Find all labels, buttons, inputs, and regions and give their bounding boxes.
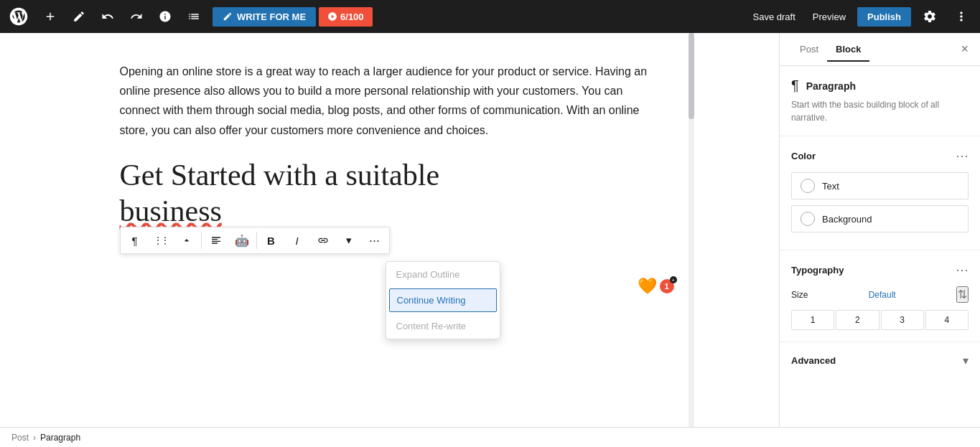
color-section: Color ⋯ Text Background: [780, 136, 980, 250]
more-options-button[interactable]: [948, 4, 974, 29]
editor-scrollbar[interactable]: [689, 33, 694, 427]
color-section-title: Color: [791, 151, 816, 161]
align-button[interactable]: [203, 227, 229, 253]
editor-content: Opening an online store is a great way t…: [85, 33, 689, 427]
edit-mode-button[interactable]: [66, 4, 92, 29]
panel-close-button[interactable]: ×: [961, 42, 969, 57]
advanced-header[interactable]: Advanced ▾: [791, 354, 969, 367]
heading-content[interactable]: Get Started with a suitable business: [120, 157, 654, 230]
editor-area: Opening an online store is a great way t…: [0, 33, 779, 427]
size-option-4[interactable]: 4: [925, 310, 969, 330]
breadcrumb-bar: Post › Paragraph: [0, 427, 980, 447]
size-option-2[interactable]: 2: [836, 310, 879, 330]
ai-counter-button[interactable]: 6/100: [319, 7, 373, 27]
more-block-options-button[interactable]: ▾: [336, 227, 362, 253]
drag-handle-button[interactable]: ⋮⋮: [148, 227, 174, 253]
tab-block[interactable]: Block: [827, 38, 869, 62]
color-background-option[interactable]: Background: [791, 205, 969, 232]
tab-post[interactable]: Post: [791, 38, 827, 62]
paragraph-type-button[interactable]: ¶: [122, 227, 148, 253]
move-up-button[interactable]: [174, 227, 200, 253]
size-row: Size Default ⇅: [791, 286, 969, 303]
top-toolbar: WRITE FOR ME 6/100 Save draft Preview Pu…: [0, 0, 980, 33]
preview-button[interactable]: Preview: [807, 7, 851, 27]
expand-outline-item[interactable]: Expand Outline: [386, 262, 500, 287]
text-color-label: Text: [822, 181, 839, 192]
block-toolbar: ¶ ⋮⋮ 🤖 B I ▾ ⋯: [120, 227, 390, 254]
ai-assist-button[interactable]: 🤖: [229, 227, 255, 253]
typography-header: Typography ⋯: [791, 262, 969, 278]
size-label: Size: [791, 290, 808, 300]
breadcrumb-current: Paragraph: [40, 433, 80, 443]
color-text-option[interactable]: Text: [791, 172, 969, 199]
heart-emoji: 🧡: [638, 277, 657, 296]
background-color-circle: [801, 212, 815, 226]
size-option-1[interactable]: 1: [791, 310, 834, 330]
publish-button[interactable]: Publish: [857, 7, 911, 27]
breadcrumb-separator: ›: [33, 433, 36, 443]
text-color-circle: [801, 179, 815, 193]
notification-plus: +: [670, 276, 677, 283]
scrollbar-thumb[interactable]: [689, 33, 694, 119]
paragraph-content: Opening an online store is a great way t…: [120, 62, 654, 140]
typography-title: Typography: [791, 265, 844, 276]
toolbar-divider-2: [256, 232, 257, 249]
right-panel: Post Block × ¶ Paragraph Start with the …: [779, 33, 980, 427]
advanced-section: Advanced ▾: [780, 342, 980, 379]
block-paragraph-icon: ¶: [791, 77, 799, 94]
redo-button[interactable]: [123, 4, 149, 29]
toolbar-divider: [201, 232, 202, 249]
content-rewrite-item[interactable]: Content Re-write: [386, 314, 500, 339]
ai-dropdown-menu: Expand Outline Continue Writing Content …: [386, 261, 500, 339]
main-area: Opening an online store is a great way t…: [0, 33, 980, 427]
bold-button[interactable]: B: [258, 227, 284, 253]
block-info-section: ¶ Paragraph Start with the basic buildin…: [780, 66, 980, 136]
chevron-down-icon: ▾: [963, 354, 969, 367]
block-header: ¶ Paragraph: [791, 77, 969, 94]
block-description: Start with the basic building block of a…: [791, 98, 969, 124]
color-section-header: Color ⋯: [791, 148, 969, 164]
block-title: Paragraph: [806, 80, 856, 92]
size-controls: 1 2 3 4: [791, 310, 969, 330]
write-for-me-button[interactable]: WRITE FOR ME: [213, 7, 316, 27]
top-bar-right: Save draft Preview Publish: [747, 4, 974, 29]
size-value: Default: [869, 290, 896, 300]
info-button[interactable]: [152, 4, 178, 29]
emoji-indicators: 🧡 1 +: [638, 277, 674, 296]
add-block-button[interactable]: [37, 4, 63, 29]
settings-button[interactable]: [917, 4, 943, 29]
background-color-label: Background: [822, 214, 872, 225]
panel-tabs: Post Block ×: [780, 33, 980, 66]
notification-badge-container: 1 +: [660, 279, 674, 293]
list-view-button[interactable]: [181, 4, 207, 29]
link-button[interactable]: [310, 227, 336, 253]
typography-section: Typography ⋯ Size Default ⇅ 1 2 3 4: [780, 250, 980, 342]
wp-logo[interactable]: [6, 4, 32, 29]
color-more-button[interactable]: ⋯: [956, 148, 969, 164]
typography-more-button[interactable]: ⋯: [956, 262, 969, 278]
save-draft-button[interactable]: Save draft: [747, 7, 801, 27]
continue-writing-item[interactable]: Continue Writing: [389, 288, 497, 312]
breadcrumb-post[interactable]: Post: [11, 433, 29, 443]
undo-button[interactable]: [95, 4, 121, 29]
size-option-3[interactable]: 3: [881, 310, 924, 330]
italic-button[interactable]: I: [284, 227, 310, 253]
block-options-button[interactable]: ⋯: [362, 227, 388, 253]
size-settings-button[interactable]: ⇅: [956, 286, 969, 303]
advanced-title: Advanced: [791, 355, 836, 366]
